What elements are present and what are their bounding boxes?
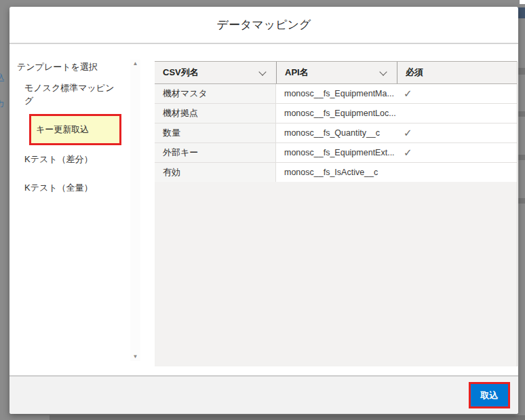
background-page-row-edge [518, 68, 525, 75]
api-name-cell: monosc__fs_EquipmentLoc... [276, 104, 397, 123]
api-name-cell: monosc__fs_EquipmentMa... [276, 84, 397, 103]
background-page-row-edge [518, 198, 525, 204]
sidebar-item-ktest-diff[interactable]: Kテスト（差分） [24, 153, 93, 166]
check-icon: ✓ [404, 127, 412, 139]
background-page-corner [520, 0, 525, 4]
required-cell: ✓ [397, 84, 517, 103]
background-text-fragment: 込 [0, 72, 9, 84]
sidebar-item-monosc-standard-mapping[interactable]: モノスク標準マッピング [24, 81, 115, 107]
column-header-label: 必須 [406, 66, 423, 79]
title-divider [9, 43, 518, 44]
api-name-cell: monosc__fs_IsActive__c [276, 163, 397, 182]
csv-column-cell: 有効 [155, 163, 276, 182]
check-icon: ✓ [404, 147, 412, 159]
required-cell: ✓ [397, 104, 517, 123]
scroll-down-icon[interactable]: ▼ [130, 353, 140, 361]
required-cell: ✓ [397, 143, 517, 162]
column-header-required[interactable]: 必須 [397, 62, 517, 83]
background-page-bottom-edge [50, 415, 525, 420]
background-page-row-edge [518, 111, 525, 117]
api-name-cell: monosc__fs_Quantity__c [276, 123, 397, 142]
chevron-down-icon[interactable] [258, 68, 266, 75]
dialog-footer [9, 377, 518, 414]
column-header-api[interactable]: API名 [276, 62, 397, 83]
csv-column-cell: 外部キー [155, 143, 276, 162]
table-row[interactable]: 機材拠点 monosc__fs_EquipmentLoc... ✓ [155, 104, 517, 123]
table-empty-area [155, 182, 517, 366]
required-cell: ✓ [397, 163, 517, 182]
dialog-title: データマッピング [9, 7, 518, 43]
import-button-annotation: 取込 [469, 382, 510, 408]
data-mapping-dialog: データマッピング テンプレートを選択 モノスク標準マッピング キー更新取込 Kテ… [9, 7, 518, 414]
table-row[interactable]: 数量 monosc__fs_Quantity__c ✓ [155, 123, 517, 143]
csv-column-cell: 機材拠点 [155, 104, 276, 123]
csv-column-cell: 機材マスタ [155, 84, 276, 103]
template-list-header: テンプレートを選択 [17, 61, 98, 73]
background-page-row-edge [518, 155, 525, 160]
background-text-fragment: カ [0, 98, 9, 110]
chevron-down-icon[interactable] [379, 68, 387, 75]
table-header-row: CSV列名 API名 必須 [155, 61, 517, 84]
column-header-csv[interactable]: CSV列名 [155, 62, 276, 83]
table-row[interactable]: 機材マスタ monosc__fs_EquipmentMa... ✓ [155, 84, 517, 104]
required-cell: ✓ [397, 123, 517, 142]
check-icon: ✓ [404, 88, 412, 100]
api-name-cell: monosc__fs_EquipmentExt... [276, 143, 397, 162]
column-header-label: API名 [285, 66, 309, 79]
import-button[interactable]: 取込 [471, 384, 508, 406]
sidebar-item-label: キー更新取込 [31, 123, 89, 136]
table-row[interactable]: 外部キー monosc__fs_EquipmentExt... ✓ [155, 143, 517, 163]
column-header-label: CSV列名 [163, 66, 199, 79]
sidebar-item-ktest-full[interactable]: Kテスト（全量） [24, 182, 93, 194]
mapping-table: CSV列名 API名 必須 機材マスタ monosc__fs_Equipment… [155, 61, 518, 366]
table-row[interactable]: 有効 monosc__fs_IsActive__c ✓ [155, 163, 517, 183]
sidebar-item-key-update-import[interactable]: キー更新取込 [29, 114, 121, 145]
csv-column-cell: 数量 [155, 123, 276, 142]
sidebar-scrollbar[interactable]: ▲ ▼ [130, 60, 140, 361]
scroll-up-icon[interactable]: ▲ [130, 60, 140, 68]
